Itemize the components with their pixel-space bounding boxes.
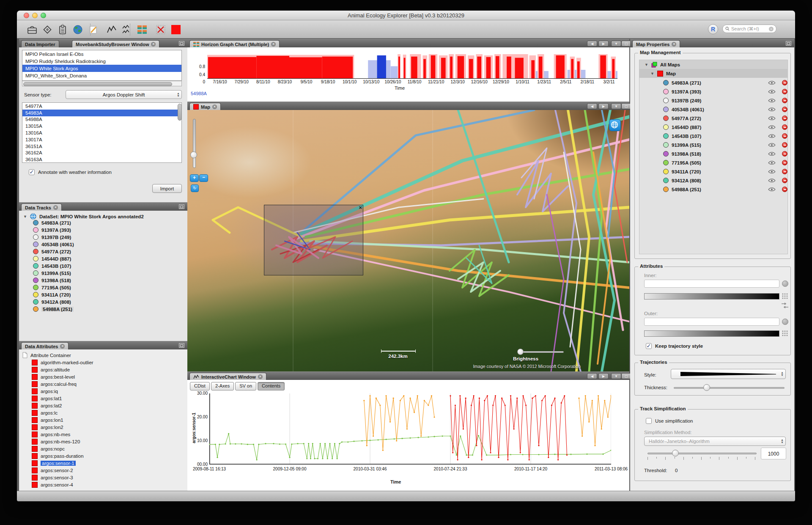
visibility-eye-icon[interactable]: [768, 116, 776, 121]
track-row[interactable]: 91399A (515): [33, 270, 71, 276]
close-icon[interactable]: ×: [212, 104, 217, 109]
list-item[interactable]: MPIO White Stork Argos: [22, 65, 181, 72]
attribute-row[interactable]: argos:sensor-1: [32, 460, 76, 466]
horizon-track-label[interactable]: 54988A: [191, 91, 207, 96]
visibility-eye-icon[interactable]: [768, 80, 776, 85]
brightness-slider[interactable]: [519, 351, 564, 353]
simplification-knob[interactable]: [672, 450, 679, 456]
track-row[interactable]: 14543B (107): [33, 263, 71, 269]
visibility-eye-icon[interactable]: [768, 143, 776, 147]
tab-data-tracks[interactable]: Data Tracks×: [21, 203, 62, 211]
close-icon[interactable]: ×: [271, 42, 276, 47]
ichart-plot[interactable]: [209, 393, 611, 465]
tab-data-importer[interactable]: Data Importer: [21, 40, 59, 48]
use-simplification-checkbox[interactable]: [646, 418, 652, 424]
list-item[interactable]: 13016A: [22, 129, 181, 136]
shuffle-icon[interactable]: [781, 302, 789, 308]
red-square-icon[interactable]: [170, 24, 182, 36]
map-track-row[interactable]: 54988A (251): [663, 187, 787, 192]
tab-horizon-chart[interactable]: Horizon Graph Chart (Multiple)×: [189, 40, 280, 48]
visibility-eye-icon[interactable]: [768, 187, 776, 192]
brightness-knob[interactable]: [517, 349, 524, 355]
map-track-row[interactable]: 40534B (4061): [663, 107, 787, 112]
dataset-node[interactable]: ▼ DataSet: MPIO White Stork Argos annota…: [23, 213, 144, 220]
close-icon[interactable]: ×: [258, 374, 263, 379]
remove-track-icon[interactable]: [782, 115, 787, 121]
map-node[interactable]: ▼ Map: [639, 69, 788, 78]
multi-chart-icon[interactable]: [121, 24, 133, 36]
nav-back-button[interactable]: ◀: [587, 373, 597, 379]
restore-panel-icon[interactable]: [179, 204, 184, 209]
attribute-row[interactable]: argos:lon1: [32, 417, 63, 423]
thickness-knob[interactable]: [703, 384, 710, 391]
nav-forward-button[interactable]: ▶: [598, 41, 609, 47]
horizon-plot[interactable]: [207, 54, 617, 79]
study-list-hscrollbar[interactable]: [22, 81, 182, 86]
remove-track-icon[interactable]: [782, 89, 787, 94]
inner-attribute-input[interactable]: [644, 280, 779, 288]
list-item[interactable]: 54983A: [22, 110, 181, 116]
attribute-row[interactable]: argos:sensor-4: [32, 482, 73, 488]
close-icon[interactable]: ×: [53, 205, 58, 210]
horizon-grid-icon[interactable]: [136, 24, 148, 36]
nav-forward-button[interactable]: ▶: [598, 103, 609, 109]
visibility-eye-icon[interactable]: [768, 178, 776, 183]
sensor-type-dropdown[interactable]: Argos Doppler Shift ▲▼: [66, 90, 182, 99]
remove-track-icon[interactable]: [782, 169, 787, 174]
remove-track-icon[interactable]: [782, 142, 787, 148]
list-item[interactable]: 54977A: [22, 103, 181, 110]
tab-map-properties[interactable]: Map Properties×: [632, 40, 680, 48]
attribute-row[interactable]: argos:lc: [32, 410, 58, 416]
annotate-checkbox[interactable]: ✓: [29, 169, 35, 175]
map-zoom-slider[interactable]: [193, 119, 196, 168]
map-selection-rectangle[interactable]: ×: [264, 205, 363, 275]
visibility-eye-icon[interactable]: [768, 169, 776, 174]
visibility-eye-icon[interactable]: [768, 151, 776, 156]
list-item[interactable]: 13015A: [22, 123, 181, 129]
simplification-slider[interactable]: [647, 453, 757, 454]
restore-panel-icon[interactable]: [179, 41, 184, 46]
attribute-row[interactable]: argos:nopc: [32, 446, 65, 452]
map-track-row[interactable]: 91399A (515): [663, 142, 787, 148]
map-track-row[interactable]: 54977A (272): [663, 115, 787, 121]
track-row[interactable]: 54977A (272): [33, 249, 71, 254]
tag-icon[interactable]: [41, 24, 53, 36]
tree-expand-icon[interactable]: ▼: [645, 63, 648, 67]
map-track-row[interactable]: 14543B (107): [663, 133, 787, 139]
trajectory-style-dropdown[interactable]: ▲▼: [671, 369, 786, 379]
track-row[interactable]: 93411A (720): [33, 292, 71, 297]
list-item[interactable]: 54988A: [22, 116, 181, 123]
tab-movebank-browser[interactable]: MovebankStudyBrowser Window×: [72, 40, 159, 48]
nav-back-button[interactable]: ◀: [587, 103, 597, 109]
track-row[interactable]: 91397A (393): [33, 227, 71, 233]
track-row[interactable]: 91398A (518): [33, 278, 71, 283]
track-row[interactable]: 54988A (251): [33, 306, 74, 312]
attribute-row[interactable]: argos:best-level: [32, 374, 75, 380]
list-item[interactable]: 13017A: [22, 136, 181, 143]
drawer-icon[interactable]: [26, 24, 38, 36]
globe-icon[interactable]: [72, 24, 84, 36]
inner-remove-button[interactable]: [782, 280, 788, 287]
globe-mode-button[interactable]: [609, 119, 621, 131]
palette-grid-icon[interactable]: [782, 293, 788, 299]
map-track-row[interactable]: 54983A (271): [663, 80, 787, 85]
delete-chart-icon[interactable]: [155, 24, 167, 36]
map-track-row[interactable]: 14544D (887): [663, 124, 787, 130]
map-tree[interactable]: ▼ All Maps ▼ Map 54983A (271)91397A (393…: [639, 60, 788, 254]
chart-mode-button[interactable]: CDist: [190, 382, 210, 390]
keep-trajectory-style-checkbox[interactable]: ✓: [646, 343, 652, 349]
remove-track-icon[interactable]: [782, 178, 787, 183]
scrollbar-thumb[interactable]: [23, 82, 172, 86]
visibility-eye-icon[interactable]: [768, 107, 776, 112]
visibility-eye-icon[interactable]: [768, 89, 776, 94]
zoom-in-button[interactable]: +: [190, 174, 199, 182]
track-row[interactable]: 40534B (4061): [33, 242, 74, 247]
track-row[interactable]: 14544D (887): [33, 256, 71, 261]
close-selection-icon[interactable]: ×: [359, 204, 362, 211]
tab-interactive-chart[interactable]: InteractiveChart Window×: [189, 373, 266, 380]
map-zoom-knob[interactable]: [190, 151, 197, 158]
track-row[interactable]: 54983A (271): [33, 220, 71, 225]
attribute-row[interactable]: algorithm-marked-outlier: [32, 360, 93, 366]
attribute-row[interactable]: argos:nb-mes: [32, 432, 70, 437]
search-input[interactable]: Search (⌘+I) ×: [722, 25, 776, 33]
